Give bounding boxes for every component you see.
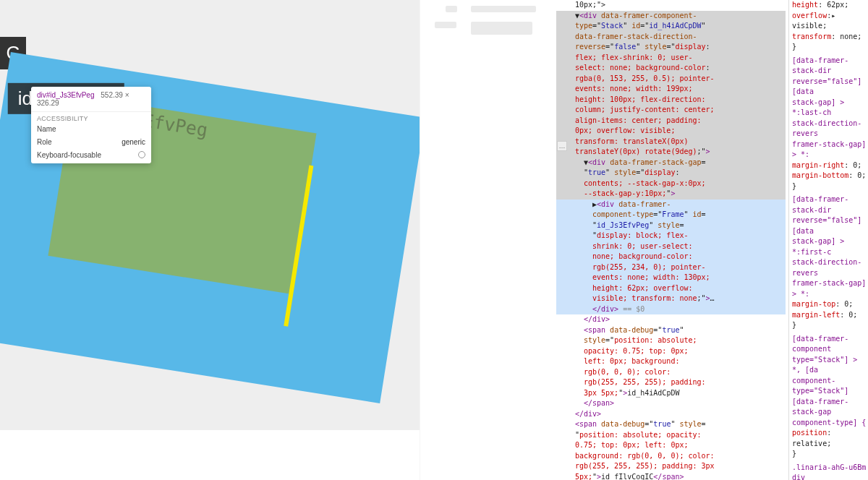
dom-line[interactable]: type="Stack" id="id_h4iAdCpDW" — [556, 21, 786, 32]
dom-line[interactable]: <span data-debug="true" style= — [556, 419, 786, 430]
dom-line[interactable]: "position: absolute; opacity: — [556, 430, 786, 441]
dom-line[interactable]: component-type="Frame" id= — [556, 210, 786, 220]
dom-line[interactable]: select: none; background-color: — [556, 63, 786, 74]
placeholder-bar — [471, 6, 536, 12]
styles-pane[interactable]: height: 62px; overflow:▸ visible; transf… — [788, 0, 868, 480]
dom-line[interactable]: visible; transform: none;">… — [556, 293, 786, 304]
tooltip-row: Keyboard-focusable — [31, 150, 151, 163]
canvas-bottom-blank — [0, 430, 423, 480]
dom-line[interactable]: events: none; width: 130px; — [556, 273, 786, 283]
dom-line[interactable]: translateY(0px) rotate(9deg);"> — [556, 147, 786, 158]
dom-line[interactable]: </div> == $0 — [556, 304, 786, 315]
dom-line[interactable]: contents; --stack-gap-x:0px; — [556, 179, 786, 189]
dom-line[interactable]: left: 0px; background: — [556, 356, 786, 367]
style-rule[interactable]: .linaria-ahG-u6Bm div image-rendering: p… — [792, 463, 868, 481]
keyboard-focusable-icon — [138, 151, 145, 158]
dom-line[interactable]: 5px;">id_fIlvCoqIC</span> — [556, 472, 786, 481]
dom-line[interactable]: events: none; width: 199px; — [556, 84, 786, 95]
dom-line[interactable]: "id_Js3EfvPeg" style= — [556, 220, 786, 231]
panel-collapse-handle[interactable]: … — [557, 141, 567, 151]
dom-line[interactable]: rgba(0, 153, 255, 0.5); pointer- — [556, 74, 786, 85]
dom-line[interactable]: --stack-gap-y:10px;"> — [556, 189, 786, 200]
dom-line[interactable]: ▶<div data-framer- — [556, 200, 786, 210]
tooltip-row: Name — [31, 124, 151, 137]
element-inspect-tooltip: div#id_Js3EfvPeg 552.39 × 326.29 ACCESSI… — [31, 87, 151, 163]
dom-line[interactable]: align-items: center; padding: — [556, 116, 786, 127]
middle-panel — [420, 0, 556, 480]
dom-line[interactable]: data-framer-stack-direction- — [556, 32, 786, 43]
style-rule[interactable]: [data-framer-stack-dirreverse="false"] [… — [792, 56, 868, 192]
dom-line[interactable]: </span> — [556, 398, 786, 409]
dom-line[interactable]: ▼<div data-framer-stack-gap= — [556, 158, 786, 168]
devtools-panel[interactable]: 10px;"> ▼<div data-framer-component- typ… — [556, 0, 868, 480]
dom-line[interactable]: </div> — [556, 314, 786, 325]
style-rule[interactable]: [data-framer-componenttype="Stack"] > *,… — [792, 334, 868, 460]
placeholder-bar — [435, 22, 456, 28]
dom-line[interactable]: reverse="false" style="display: — [556, 42, 786, 53]
canvas-yellow-edge — [284, 166, 313, 327]
dom-line[interactable]: 0px; overflow: visible; — [556, 126, 786, 137]
dom-line[interactable]: background: rgb(0, 0, 0); color: — [556, 451, 786, 462]
placeholder-bar — [471, 22, 532, 35]
dom-line[interactable]: rgb(255, 234, 0); pointer- — [556, 262, 786, 273]
dom-line[interactable]: 0.75; top: 0px; left: 0px; — [556, 440, 786, 451]
dom-line[interactable]: transform: translateX(0px) — [556, 137, 786, 147]
dom-line[interactable]: shrink: 0; user-select: — [556, 241, 786, 252]
dom-line[interactable]: style="position: absolute; — [556, 335, 786, 346]
dom-line[interactable]: ▼<div data-framer-component- — [556, 11, 786, 22]
dom-line[interactable]: none; background-color: — [556, 252, 786, 262]
dom-line[interactable]: 3px 5px;">id_h4iAdCpDW — [556, 388, 786, 399]
dom-line[interactable]: rgb(0, 0, 0); color: — [556, 367, 786, 378]
dom-line[interactable]: opacity: 0.75; top: 0px; — [556, 346, 786, 357]
dom-line[interactable]: rgb(255, 255, 255); padding: 3px — [556, 461, 786, 472]
dom-line[interactable]: flex; flex-shrink: 0; user- — [556, 53, 786, 64]
dom-line[interactable]: <span data-debug="true" — [556, 325, 786, 336]
dom-line[interactable]: 10px;"> — [556, 0, 786, 11]
dom-line[interactable]: column; justify-content: center; — [556, 105, 786, 116]
elements-tree[interactable]: 10px;"> ▼<div data-framer-component- typ… — [556, 0, 788, 480]
dom-line[interactable]: height: 62px; overflow: — [556, 283, 786, 294]
dom-line[interactable]: height: 100px; flex-direction: — [556, 95, 786, 106]
tooltip-section-title: ACCESSIBILITY — [31, 112, 151, 124]
dom-line[interactable]: </div> — [556, 409, 786, 420]
tooltip-row: Rolegeneric — [31, 137, 151, 150]
dom-line[interactable]: rgb(255, 255, 255); padding: — [556, 377, 786, 388]
dom-line[interactable]: "true" style="display: — [556, 168, 786, 179]
tooltip-selector: div#id_Js3EfvPeg — [37, 91, 95, 99]
dom-line[interactable]: "display: block; flex- — [556, 231, 786, 241]
style-rule[interactable]: height: 62px; overflow:▸ visible; transf… — [792, 0, 868, 53]
placeholder-bar — [446, 6, 457, 12]
style-rule[interactable]: [data-framer-stack-dirreverse="false"] [… — [792, 194, 868, 331]
canvas-preview[interactable]: C id_...CpDW id_Js3EfvPeg div#id_Js3EfvP… — [0, 0, 420, 430]
